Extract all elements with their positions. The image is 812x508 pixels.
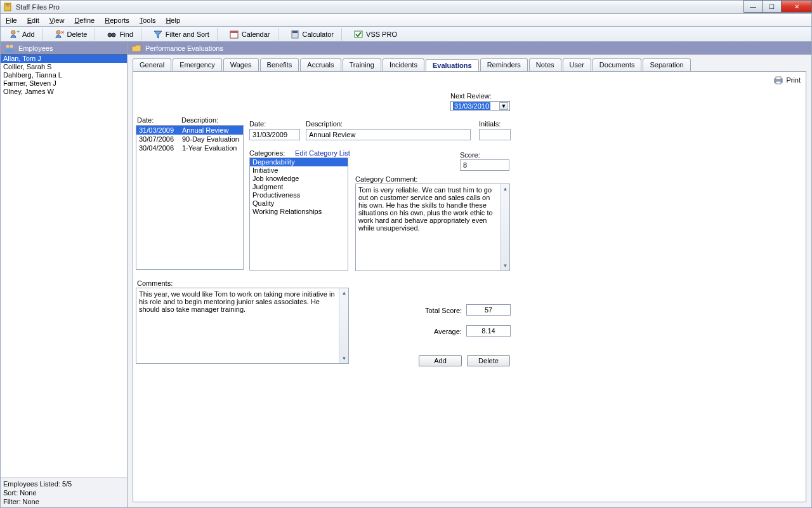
eval-desc: 1-Year Evaluation	[180, 144, 243, 152]
toolbar-calendar[interactable]: Calendar	[224, 28, 275, 41]
category-item[interactable]: Dependability	[250, 158, 348, 166]
toolbar-filter[interactable]: Filter and Sort	[148, 28, 214, 41]
people-icon	[4, 44, 15, 53]
toolbar-sep	[141, 28, 141, 41]
binoculars-icon	[107, 29, 117, 39]
toolbar-add[interactable]: + Add	[4, 28, 40, 41]
tab-benefits[interactable]: Benefits	[260, 58, 299, 71]
app-icon	[3, 2, 13, 12]
score-input[interactable]: 8	[460, 159, 509, 171]
edit-categories-link[interactable]: Edit Category List	[295, 149, 350, 157]
toolbar-delete[interactable]: × Delete	[49, 28, 93, 41]
menu-reports[interactable]: Reports	[100, 15, 134, 25]
content-title: Performance Evaluations	[145, 44, 223, 52]
toolbar-find[interactable]: Find	[102, 28, 138, 41]
evaluation-row[interactable]: 30/04/20061-Year Evaluation	[136, 144, 243, 152]
svg-rect-10	[230, 31, 238, 33]
average-value: 8.14	[466, 325, 511, 337]
category-item[interactable]: Job knowledge	[250, 175, 348, 183]
desc-label: Description:	[306, 120, 343, 128]
sidebar-title: Employees	[18, 44, 53, 52]
tab-accruals[interactable]: Accruals	[300, 58, 341, 71]
minimize-button[interactable]: —	[743, 0, 763, 13]
content-panel: Performance Evaluations GeneralEmergency…	[128, 42, 811, 507]
tab-emergency[interactable]: Emergency	[173, 58, 222, 71]
employee-item[interactable]: Olney, James W	[1, 88, 127, 96]
svg-rect-12	[292, 31, 298, 33]
tab-user[interactable]: User	[563, 58, 591, 71]
category-item[interactable]: Initiative	[250, 166, 348, 175]
employee-item[interactable]: Farmer, Steven J	[1, 79, 127, 88]
sidebar-status: Employees Listed: 5/5 Sort: None Filter:…	[1, 478, 127, 507]
menu-define[interactable]: Define	[69, 15, 100, 25]
status-sort: Sort: None	[3, 488, 124, 497]
window-controls: — ☐ ✕	[743, 0, 812, 13]
date-input[interactable]: 31/03/2009	[249, 129, 300, 140]
toolbar: + Add × Delete Find Filter and Sort Cale…	[0, 27, 812, 42]
categories-list[interactable]: DependabilityInitiativeJob knowledgeJudg…	[249, 157, 348, 271]
scroll-down-icon[interactable]: ▼	[501, 261, 510, 271]
menu-edit[interactable]: Edit	[22, 15, 44, 25]
list-desc-header: Description:	[181, 116, 218, 124]
toolbar-vss[interactable]: VSS PRO	[348, 28, 402, 41]
add-button[interactable]: Add	[419, 355, 462, 366]
maximize-button[interactable]: ☐	[763, 0, 782, 13]
tab-wages[interactable]: Wages	[223, 58, 259, 71]
print-link[interactable]: Print	[773, 76, 801, 84]
employee-item[interactable]: Allan, Tom J	[1, 55, 127, 63]
scrollbar[interactable]: ▲ ▼	[500, 184, 509, 271]
content-header: Performance Evaluations	[128, 42, 811, 55]
initials-input[interactable]	[479, 129, 511, 140]
scrollbar[interactable]: ▲ ▼	[339, 288, 348, 363]
evaluation-row[interactable]: 31/03/2009Annual Review	[136, 126, 243, 135]
tab-training[interactable]: Training	[343, 58, 381, 71]
toolbar-calendar-label: Calendar	[242, 30, 270, 38]
comments-box[interactable]: This year, we would like Tom to work on …	[136, 288, 349, 364]
list-date-header: Date:	[137, 116, 154, 124]
delete-button[interactable]: Delete	[467, 355, 510, 366]
toolbar-sep	[217, 28, 218, 41]
employee-item[interactable]: Dahlberg, Tianna L	[1, 71, 127, 79]
next-review-select[interactable]: 31/03/2010 ▼	[450, 101, 510, 111]
svg-point-8	[112, 33, 115, 37]
close-button[interactable]: ✕	[782, 0, 812, 13]
menu-help[interactable]: Help	[160, 15, 185, 25]
employee-item[interactable]: Collier, Sarah S	[1, 63, 127, 71]
svg-point-3	[11, 30, 15, 34]
menu-view[interactable]: View	[44, 15, 70, 25]
category-item[interactable]: Judgment	[250, 183, 348, 191]
category-item[interactable]: Productiveness	[250, 191, 348, 199]
svg-point-15	[10, 44, 13, 48]
scroll-up-icon[interactable]: ▲	[339, 288, 349, 298]
desc-input[interactable]: Annual Review	[306, 129, 471, 140]
toolbar-calculator[interactable]: Calculator	[285, 28, 339, 41]
evaluations-list[interactable]: 31/03/2009Annual Review30/07/200690-Day …	[136, 125, 244, 270]
menu-tools[interactable]: Tools	[134, 15, 161, 25]
cat-comment-box[interactable]: Tom is very reliable. We can trust him t…	[355, 184, 510, 271]
evaluation-row[interactable]: 30/07/200690-Day Evaluation	[136, 135, 243, 144]
chevron-down-icon: ▼	[499, 102, 508, 110]
menu-file[interactable]: File	[1, 15, 22, 25]
scroll-down-icon[interactable]: ▼	[339, 354, 349, 363]
tab-strip: GeneralEmergencyWagesBenefitsAccrualsTra…	[128, 55, 811, 71]
tab-reminders[interactable]: Reminders	[480, 58, 528, 71]
tab-general[interactable]: General	[133, 58, 171, 71]
categories-label: Categories:	[249, 149, 285, 157]
initials-label: Initials:	[479, 120, 501, 128]
svg-rect-13	[355, 31, 362, 37]
category-item[interactable]: Quality	[250, 199, 348, 208]
tab-incidents[interactable]: Incidents	[383, 58, 424, 71]
svg-point-5	[56, 30, 60, 34]
toolbar-delete-label: Delete	[67, 30, 88, 38]
comments-label: Comments:	[137, 279, 173, 287]
employees-sidebar: Employees Allan, Tom JCollier, Sarah SDa…	[1, 42, 128, 507]
employee-list[interactable]: Allan, Tom JCollier, Sarah SDahlberg, Ti…	[1, 55, 127, 478]
tab-evaluations[interactable]: Evaluations	[426, 59, 479, 72]
scroll-up-icon[interactable]: ▲	[501, 184, 510, 194]
tab-documents[interactable]: Documents	[593, 58, 642, 71]
evaluations-pane: Print Next Review: 31/03/2010 ▼ Date: De…	[133, 71, 806, 502]
tab-separation[interactable]: Separation	[643, 58, 690, 71]
tab-notes[interactable]: Notes	[529, 58, 561, 71]
toolbar-find-label: Find	[119, 30, 133, 38]
category-item[interactable]: Working Relationships	[250, 208, 348, 216]
